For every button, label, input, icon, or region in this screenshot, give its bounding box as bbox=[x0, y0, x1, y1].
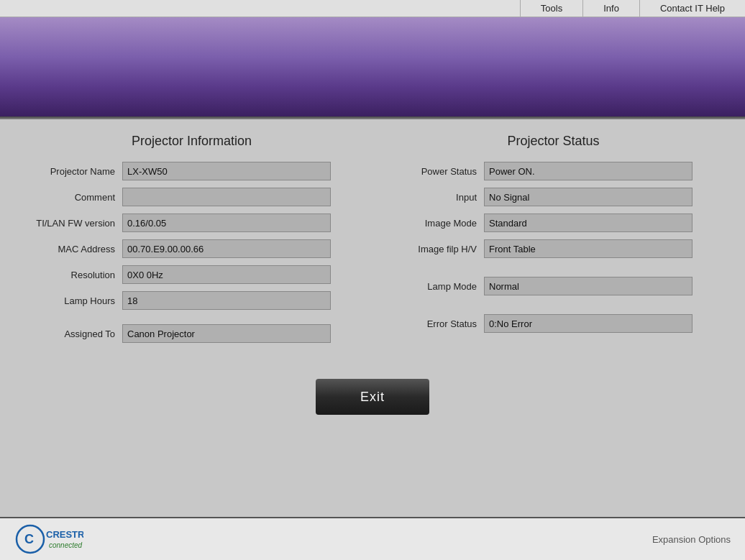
panels-row: Projector Information Projector Name LX-… bbox=[0, 119, 745, 350]
exit-button[interactable]: Exit bbox=[316, 379, 429, 415]
field-row-resolution: Resolution 0X0 0Hz bbox=[22, 265, 362, 284]
label-mac: MAC Address bbox=[22, 244, 122, 254]
header-banner bbox=[0, 17, 745, 116]
field-row-projector-name: Projector Name LX-XW50 bbox=[22, 162, 362, 180]
value-assigned-to: Canon Projector bbox=[122, 324, 331, 343]
label-lamp-hours: Lamp Hours bbox=[22, 295, 122, 306]
projector-status-panel: Projector Status Power Status Power ON. … bbox=[383, 134, 723, 350]
label-input: Input bbox=[383, 192, 484, 203]
content-area: Projector Information Projector Name LX-… bbox=[0, 119, 745, 517]
svg-text:C: C bbox=[24, 532, 34, 546]
label-resolution: Resolution bbox=[22, 270, 122, 280]
top-nav: Tools Info Contact IT Help bbox=[0, 0, 745, 17]
label-fw-version: TI/LAN FW version bbox=[22, 218, 122, 229]
tools-nav[interactable]: Tools bbox=[520, 0, 582, 17]
value-power-status: Power ON. bbox=[484, 162, 693, 180]
value-mac: 00.70.E9.00.00.66 bbox=[122, 239, 331, 258]
field-row-lamp-hours: Lamp Hours 18 bbox=[22, 291, 362, 310]
svg-text:CRESTRON: CRESTRON bbox=[46, 529, 83, 540]
field-row-image-mode: Image Mode Standard bbox=[383, 214, 723, 232]
projector-status-title: Projector Status bbox=[383, 134, 723, 149]
value-image-flip: Front Table bbox=[484, 239, 693, 258]
expansion-options: Expansion Options bbox=[652, 534, 731, 545]
value-image-mode: Standard bbox=[484, 214, 693, 232]
field-row-mac: MAC Address 00.70.E9.00.00.66 bbox=[22, 239, 362, 258]
value-lamp-mode: Normal bbox=[484, 277, 693, 295]
value-projector-name: LX-XW50 bbox=[122, 162, 331, 180]
value-comment bbox=[122, 188, 331, 206]
projector-info-title: Projector Information bbox=[22, 134, 362, 149]
label-projector-name: Projector Name bbox=[22, 166, 122, 177]
info-nav[interactable]: Info bbox=[582, 0, 639, 17]
field-row-error-status: Error Status 0:No Error bbox=[383, 314, 723, 333]
footer-logo: C CRESTRON connected bbox=[14, 522, 83, 556]
label-comment: Comment bbox=[22, 192, 122, 203]
field-row-input: Input No Signal bbox=[383, 188, 723, 206]
field-row-lamp-mode: Lamp Mode Normal bbox=[383, 277, 723, 295]
label-error-status: Error Status bbox=[383, 318, 484, 329]
footer: C CRESTRON connected Expansion Options bbox=[0, 517, 745, 560]
field-row-fw-version: TI/LAN FW version 0.16/0.05 bbox=[22, 214, 362, 232]
value-fw-version: 0.16/0.05 bbox=[122, 214, 331, 232]
svg-text:connected: connected bbox=[49, 541, 83, 549]
label-power-status: Power Status bbox=[383, 166, 484, 177]
label-lamp-mode: Lamp Mode bbox=[383, 281, 484, 292]
contact-it-nav[interactable]: Contact IT Help bbox=[639, 0, 745, 17]
crestron-logo-svg: C CRESTRON connected bbox=[14, 522, 83, 556]
field-row-image-flip: Image filp H/V Front Table bbox=[383, 239, 723, 258]
label-image-flip: Image filp H/V bbox=[383, 244, 484, 254]
value-resolution: 0X0 0Hz bbox=[122, 265, 331, 284]
value-lamp-hours: 18 bbox=[122, 291, 331, 310]
value-error-status: 0:No Error bbox=[484, 314, 693, 333]
label-image-mode: Image Mode bbox=[383, 218, 484, 229]
projector-info-panel: Projector Information Projector Name LX-… bbox=[22, 134, 362, 350]
field-row-assigned-to: Assigned To Canon Projector bbox=[22, 324, 362, 343]
field-row-power-status: Power Status Power ON. bbox=[383, 162, 723, 180]
exit-btn-container: Exit bbox=[0, 379, 745, 429]
field-row-comment: Comment bbox=[22, 188, 362, 206]
value-input: No Signal bbox=[484, 188, 693, 206]
label-assigned-to: Assigned To bbox=[22, 329, 122, 339]
